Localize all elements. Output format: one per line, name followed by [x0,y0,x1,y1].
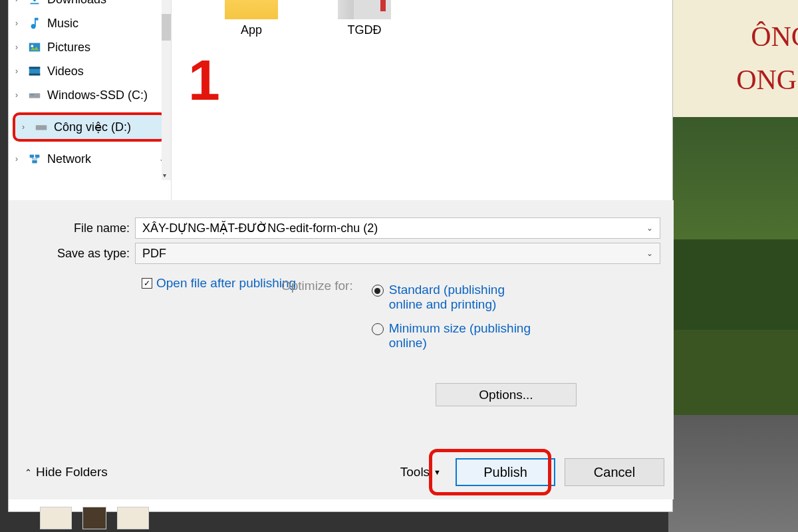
cancel-button[interactable]: Cancel [565,458,664,486]
thumbnail [82,507,106,529]
savetype-select[interactable]: PDF ⌄ [135,243,660,264]
nav-drive-c[interactable]: › Windows-SSD (C:) [9,83,171,107]
folder-tgdd[interactable]: TGDĐ [338,0,391,37]
folder-app[interactable]: App [225,0,278,37]
open-after-label: Open file after publishing [156,276,296,291]
filename-value: XÂY-DỰNG-MẶT-ĐƯỜNG-edit-form-chu (2) [142,221,378,235]
video-icon [27,64,42,78]
picture-icon [27,40,42,55]
nav-label: Music [47,17,78,31]
download-icon [27,0,42,7]
radio-minimum-label: Minimum size (publishing online) [389,321,542,350]
svg-point-1 [31,45,34,47]
scrollbar-thumb[interactable] [162,14,171,41]
radio-standard[interactable]: Standard (publishing online and printing… [372,283,542,312]
folder-icon [338,0,391,19]
folder-view[interactable]: App TGDĐ [178,0,670,54]
svg-rect-5 [29,93,41,98]
svg-rect-9 [35,155,39,158]
thumbnail [117,507,149,529]
filename-label: File name: [9,221,135,235]
nav-network[interactable]: › Network ⌄ [9,147,171,171]
optimize-group: Optimize for: Standard (publishing onlin… [281,279,542,360]
hide-folders-button[interactable]: ⌃ Hide Folders [25,465,108,479]
savetype-value: PDF [142,247,166,261]
nav-drive-d[interactable]: › Công việc (D:) [13,112,167,142]
chevron-right-icon: › [22,122,25,132]
save-form: File name: XÂY-DỰNG-MẶT-ĐƯỜNG-edit-form-… [9,200,674,499]
nav-scrollbar[interactable]: ▾ [162,0,171,180]
chevron-right-icon: › [15,0,18,4]
tools-dropdown[interactable]: Tools ▼ [400,465,441,479]
bg-text-1: ÔNG HẠ [751,20,798,53]
dialog-bottom-row: ⌃ Hide Folders Tools ▼ Publish Cancel [9,458,674,486]
navigation-pane: › Downloads › Music › Pictures › Videos … [9,0,172,200]
radio-minimum[interactable]: Minimum size (publishing online) [372,321,542,350]
drive-icon [27,88,42,102]
nav-label: Pictures [47,41,90,55]
filename-input[interactable]: XÂY-DỰNG-MẶT-ĐƯỜNG-edit-form-chu (2) ⌄ [135,217,660,239]
chevron-down-icon[interactable]: ⌄ [646,249,653,258]
annotation-1: 1 [188,47,220,113]
nav-downloads[interactable]: › Downloads [9,0,171,11]
radio-icon [372,285,384,297]
folder-icon [225,0,278,19]
open-after-checkbox[interactable]: ✓ Open file after publishing [142,276,296,291]
bg-text-2: ONG DỤ [736,63,798,96]
network-icon [27,152,42,166]
chevron-down-icon[interactable]: ⌄ [646,223,653,233]
music-icon [27,16,42,31]
nav-label: Videos [47,65,84,78]
checkbox-icon: ✓ [142,278,152,289]
chevron-up-icon: ⌃ [25,467,32,477]
drive-icon [34,120,49,134]
chevron-right-icon: › [15,19,18,28]
radio-icon [372,323,384,335]
tools-label: Tools [400,465,430,479]
hide-folders-label: Hide Folders [36,465,108,479]
savetype-row: Save as type: PDF ⌄ [9,243,674,264]
filename-row: File name: XÂY-DỰNG-MẶT-ĐƯỜNG-edit-form-… [9,217,674,239]
background-thumbnails [40,507,149,529]
thumbnail [40,507,72,529]
nav-pictures[interactable]: › Pictures [9,35,171,59]
nav-label: Công việc (D:) [54,120,131,134]
nav-videos[interactable]: › Videos [9,59,171,83]
optimize-label: Optimize for: [281,279,353,360]
folder-label: TGDĐ [338,23,391,37]
svg-rect-10 [32,160,37,164]
savetype-label: Save as type: [9,247,135,261]
nav-label: Windows-SSD (C:) [47,88,148,102]
folder-label: App [225,23,278,37]
background-image: ÔNG HẠ ONG DỤ [668,0,798,532]
chevron-right-icon: › [15,154,18,164]
screenshot-stage: ÔNG HẠ ONG DỤ › Downloads › Music › Pict… [0,0,798,532]
svg-rect-7 [36,125,47,130]
scroll-down-icon[interactable]: ▾ [163,172,166,179]
svg-rect-8 [30,155,34,158]
nav-music[interactable]: › Music [9,11,171,35]
nav-label: Downloads [47,0,106,7]
svg-rect-4 [29,74,41,76]
chevron-right-icon: › [15,43,18,52]
save-dialog: › Downloads › Music › Pictures › Videos … [8,0,673,512]
chevron-right-icon: › [15,90,18,100]
radio-standard-label: Standard (publishing online and printing… [389,283,542,312]
dropdown-caret-icon: ▼ [434,468,441,476]
svg-rect-3 [29,67,41,69]
svg-rect-6 [31,94,35,95]
chevron-right-icon: › [15,66,18,76]
options-button[interactable]: Options... [436,383,577,406]
publish-button[interactable]: Publish [456,458,555,486]
nav-label: Network [47,152,91,166]
